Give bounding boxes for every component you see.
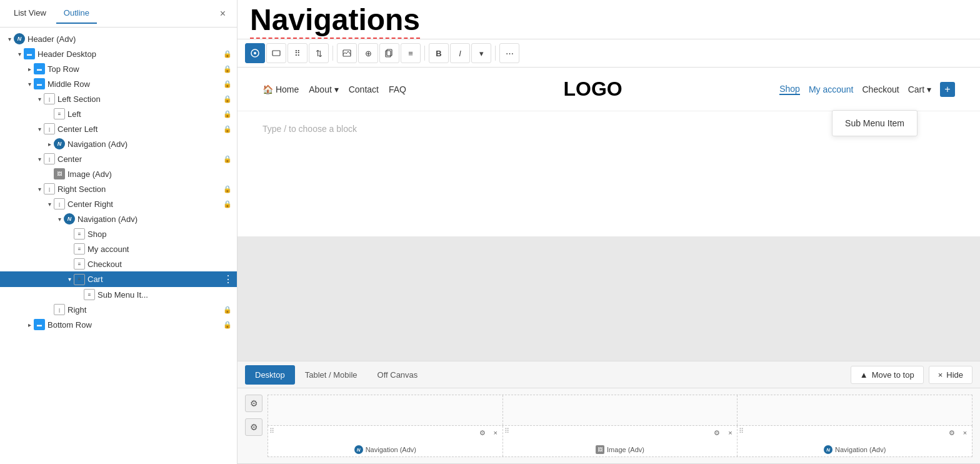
card-label-text: Navigation (Adv): [835, 446, 886, 453]
section-card-toolbar-1: ⚙×: [711, 427, 736, 438]
tree-item-top-row[interactable]: ▸▬Top Row🔒: [0, 61, 237, 76]
tree-item-right-section[interactable]: ▾|Right Section🔒: [0, 181, 237, 196]
tree-item-nav-adv-2[interactable]: ▾NNavigation (Adv): [0, 211, 237, 226]
toolbar-grid-btn[interactable]: ⠿: [288, 43, 308, 63]
card-label-text: Image (Adv): [607, 446, 644, 453]
tree-item-left[interactable]: ≡Left🔒: [0, 106, 237, 121]
tab-tablet-mobile[interactable]: Tablet / Mobile: [295, 365, 368, 385]
tree-item-my-account[interactable]: ≡My account: [0, 241, 237, 256]
settings-btn-2[interactable]: ⚙: [245, 418, 262, 436]
bottom-sections: ⚙ ⚙ ⠿⚙×NNavigation (Adv)⠿⚙×🖼Image (Adv)⠿…: [238, 388, 980, 464]
nav-link-cart[interactable]: Cart ▾: [908, 84, 931, 94]
tree-item-label: Navigation (Adv): [78, 214, 237, 224]
lock-icon: 🔒: [223, 321, 232, 329]
tree-item-bottom-row[interactable]: ▸▬Bottom Row🔒: [0, 317, 237, 332]
tree-item-image-adv[interactable]: 🖼Image (Adv): [0, 166, 237, 181]
nav-link-shop[interactable]: Shop: [779, 84, 800, 95]
toolbar-copy-btn[interactable]: [379, 43, 399, 63]
tree-item-nav-adv-1[interactable]: ▸NNavigation (Adv): [0, 136, 237, 151]
tree-item-cart[interactable]: ▾≡Cart⋮: [0, 271, 237, 287]
card-close-btn[interactable]: ×: [959, 427, 971, 438]
lock-icon: 🔒: [223, 80, 232, 88]
section-row-2: ⠿⚙×NNavigation (Adv)⠿⚙×🖼Image (Adv)⠿⚙×NN…: [268, 426, 972, 457]
move-to-top-button[interactable]: ▲ Move to top: [851, 366, 924, 384]
tree-item-center-left[interactable]: ▾|Center Left🔒: [0, 121, 237, 136]
nav-preview: 🏠 Home About ▾ Contact FAQ LOGO Shop My …: [238, 68, 980, 111]
nav-link-checkout[interactable]: Checkout: [862, 84, 899, 94]
panel-close-button[interactable]: ×: [215, 6, 231, 22]
tree-item-right[interactable]: |Right🔒: [0, 302, 237, 317]
tree-item-center[interactable]: ▾|Center🔒: [0, 151, 237, 166]
nav-add-button[interactable]: +: [940, 82, 955, 97]
tree-toggle-arrow: ▾: [55, 216, 64, 223]
tree-icon-menu: ≡: [54, 108, 68, 119]
toolbar-sep-1: [332, 46, 333, 61]
nav-link-contact[interactable]: Contact: [349, 84, 379, 94]
nav-link-myaccount[interactable]: My account: [809, 84, 854, 94]
toolbar-align-btn[interactable]: ≡: [401, 43, 421, 63]
card-img-icon: 🖼: [596, 445, 604, 454]
tab-list-view[interactable]: List View: [6, 3, 54, 24]
tree-item-shop[interactable]: ≡Shop: [0, 226, 237, 241]
tree-item-label: Header (Adv): [28, 34, 237, 44]
tree-item-label: Shop: [88, 229, 237, 239]
nav-logo: LOGO: [444, 78, 742, 101]
toolbar-chevron-btn[interactable]: ▾: [471, 43, 491, 63]
section-cell-3: [738, 395, 972, 425]
toolbar-image-btn[interactable]: [337, 43, 357, 63]
toolbar-plus-btn[interactable]: ⊕: [358, 43, 378, 63]
toolbar-bold-btn[interactable]: B: [429, 43, 449, 63]
nav-link-faq[interactable]: FAQ: [389, 84, 406, 94]
tab-desktop[interactable]: Desktop: [245, 365, 295, 385]
left-panel: List View Outline × ▾NHeader (Adv)▾▬Head…: [0, 0, 238, 464]
toolbar-resize-btn[interactable]: [266, 43, 286, 63]
lock-icon: 🔒: [223, 65, 232, 73]
tree-item-header-desktop[interactable]: ▾▬Header Desktop🔒: [0, 46, 237, 61]
nav-left-links: 🏠 Home About ▾ Contact FAQ: [262, 84, 406, 94]
toolbar-italic-btn[interactable]: I: [450, 43, 470, 63]
tree-toggle-arrow: ▾: [35, 186, 44, 193]
tree-item-center-right[interactable]: ▾|Center Right🔒: [0, 196, 237, 211]
outline-tree: ▾NHeader (Adv)▾▬Header Desktop🔒▸▬Top Row…: [0, 28, 237, 464]
drag-handle-icon[interactable]: ⠿: [269, 427, 274, 435]
drag-handle-icon[interactable]: ⠿: [504, 427, 509, 435]
drag-handle-icon[interactable]: ⠿: [739, 427, 744, 435]
tab-outline[interactable]: Outline: [56, 3, 97, 24]
hide-label: Hide: [946, 370, 963, 380]
settings-btn-1[interactable]: ⚙: [245, 395, 262, 412]
toolbar-sep-2: [424, 46, 425, 61]
section-card-2[interactable]: ⠿⚙×NNavigation (Adv): [738, 426, 972, 456]
section-card-0[interactable]: ⠿⚙×NNavigation (Adv): [268, 426, 503, 456]
toolbar-updown-btn[interactable]: ⇅: [309, 43, 329, 63]
preview-container: 🏠 Home About ▾ Contact FAQ LOGO Shop My …: [238, 68, 980, 361]
tree-icon-row: ▬: [34, 63, 48, 74]
card-settings-btn[interactable]: ⚙: [477, 427, 488, 438]
tree-toggle-arrow: ▾: [45, 201, 54, 208]
tree-item-label: Center: [58, 154, 223, 164]
tree-icon-col: |: [44, 123, 58, 134]
nav-link-about[interactable]: About ▾: [309, 84, 338, 94]
card-settings-btn[interactable]: ⚙: [711, 427, 722, 438]
close-icon: ×: [938, 370, 943, 380]
nav-link-home[interactable]: 🏠 Home: [262, 84, 299, 94]
card-label-text: Navigation (Adv): [366, 446, 416, 453]
tree-item-left-section[interactable]: ▾|Left Section🔒: [0, 91, 237, 106]
card-close-btn[interactable]: ×: [724, 427, 736, 438]
tree-item-middle-row[interactable]: ▾▬Middle Row🔒: [0, 76, 237, 91]
tree-icon-menu: ≡: [74, 258, 88, 270]
tree-toggle-arrow: ▾: [35, 96, 44, 103]
toolbar-compass-btn[interactable]: [245, 43, 265, 63]
tree-icon-col: |: [54, 304, 68, 315]
tree-icon-row: ▬: [34, 78, 48, 89]
tree-item-checkout[interactable]: ≡Checkout: [0, 256, 237, 271]
tree-item-header-adv[interactable]: ▾NHeader (Adv): [0, 31, 237, 46]
tree-item-sub-menu-item[interactable]: ≡Sub Menu It...: [0, 287, 237, 302]
section-card-1[interactable]: ⠿⚙×🖼Image (Adv): [503, 426, 738, 456]
card-settings-btn[interactable]: ⚙: [946, 427, 958, 438]
tab-off-canvas[interactable]: Off Canvas: [368, 365, 428, 385]
toolbar-more-btn[interactable]: ⋯: [499, 43, 519, 63]
card-close-btn[interactable]: ×: [490, 427, 501, 438]
tree-item-menu-dots[interactable]: ⋮: [223, 273, 233, 285]
tree-toggle-arrow: ▾: [65, 276, 74, 283]
hide-button[interactable]: × Hide: [929, 366, 972, 384]
